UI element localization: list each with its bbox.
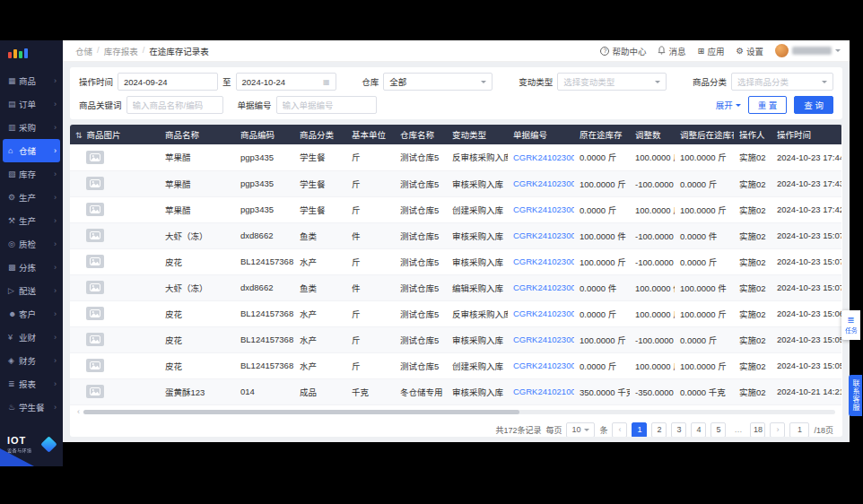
avatar <box>775 44 789 57</box>
apps-button[interactable]: ⊞ 应用 <box>697 45 724 57</box>
sidebar-item-production[interactable]: ⚙生产› <box>3 186 60 209</box>
date-from-input[interactable]: 2024-09-24 <box>118 73 218 91</box>
sidebar-item-qc[interactable]: ◎质检› <box>3 232 60 256</box>
page-content: 操作时间 2024-09-24 至 2024-10-24 ▦ 仓库 <box>63 62 850 442</box>
sidebar-item-goods[interactable]: ▦商品› <box>3 69 60 92</box>
doc-no-link[interactable]: CGRK24102300001 <box>508 274 574 300</box>
sidebar-item-inventory[interactable]: ▧库存› <box>3 162 60 186</box>
page-button[interactable]: 1 <box>632 422 647 438</box>
table-row[interactable]: 苹果醋pgp3435学生餐斤测试仓库5审核采购入库CGRK24102300002… <box>70 170 841 196</box>
expand-toggle[interactable]: 展开 <box>716 99 741 111</box>
breadcrumb-separator: / <box>97 45 100 57</box>
sidebar-item-finance[interactable]: ◈财务› <box>3 349 60 372</box>
filter-panel: 操作时间 2024-09-24 至 2024-10-24 ▦ 仓库 <box>70 67 842 119</box>
sidebar-item-warehouse[interactable]: ⌂仓储› <box>3 139 60 162</box>
doc-no-link[interactable]: CGRK24102300001 <box>508 326 574 352</box>
change-type-select[interactable]: 选择变动类型 <box>557 73 667 91</box>
page-button[interactable]: 3 <box>671 422 686 438</box>
sidebar-item-label: 质检 <box>19 238 54 250</box>
column-header: 调整后在途库存 <box>675 125 734 144</box>
filter-change-type: 变动类型 选择变动类型 <box>519 73 667 91</box>
filter-warehouse-label: 仓库 <box>362 75 379 88</box>
sidebar-item-customers[interactable]: ☻客户› <box>3 302 60 326</box>
column-header: 商品名称 <box>160 125 235 144</box>
in-transit-inventory-table: ⇅商品图片商品名称商品编码商品分类基本单位仓库名称变动类型单据编号原在途库存调整… <box>70 125 841 405</box>
sidebar-item-production2[interactable]: ⚒生产› <box>3 209 60 232</box>
page-button[interactable]: 2 <box>651 422 667 438</box>
purchase-icon: ▥ <box>8 123 19 132</box>
messages-button[interactable]: 消息 <box>658 45 685 57</box>
filter-warehouse: 仓库 全部 <box>362 73 493 91</box>
sidebar-item-orders[interactable]: ▤订单› <box>3 92 60 116</box>
sidebar-item-biz-finance[interactable]: ¥业财› <box>3 326 60 349</box>
table-row[interactable]: 苹果醋pgp3435学生餐斤测试仓库5反审核采购入库CGRK2410230000… <box>70 144 841 170</box>
gear-icon: ⚙ <box>736 47 744 56</box>
sidebar-item-delivery[interactable]: ▷配送› <box>3 279 60 302</box>
sidebar-item-sorting[interactable]: ▩分拣› <box>3 256 60 279</box>
settings-button[interactable]: ⚙ 设置 <box>736 45 763 57</box>
reset-button[interactable]: 重 置 <box>748 96 788 114</box>
product-image-placeholder <box>86 359 104 372</box>
doc-no-link[interactable]: CGRK24102300001 <box>508 222 574 248</box>
table-row[interactable]: 皮花BL124157368水产斤测试仓库5审核采购入库CGRK241023000… <box>70 326 841 352</box>
help-center-button[interactable]: ? 帮助中心 <box>600 45 646 57</box>
product-image-placeholder <box>86 307 104 320</box>
sidebar-item-student-meal[interactable]: ♨学生餐› <box>3 395 60 419</box>
category-select[interactable]: 选择商品分类 <box>731 73 833 91</box>
table-row[interactable]: 蛋黄酥123014成品千克冬仓储专用审核采购入库CGRK241021000023… <box>70 378 841 404</box>
sidebar-item-label: 商品 <box>19 74 54 87</box>
doc-no-link[interactable]: CGRK24102300002 <box>508 144 574 170</box>
table-row[interactable]: 皮花BL124157368水产斤测试仓库5审核采购入库CGRK241023000… <box>70 248 841 274</box>
date-to-input[interactable]: 2024-10-24 ▦ <box>236 73 336 91</box>
prev-page-button[interactable]: ‹ <box>612 422 627 438</box>
chevron-right-icon: › <box>54 309 57 318</box>
doc-no-input[interactable] <box>276 96 377 114</box>
chevron-down-icon <box>835 49 841 52</box>
table-row[interactable]: 大虾（冻）dxd8662鱼类件测试仓库5编辑采购入库CGRK2410230000… <box>70 274 841 300</box>
doc-no-link[interactable]: CGRK24102300002 <box>508 170 574 196</box>
scroll-left-icon[interactable]: ‹ <box>77 408 80 416</box>
sidebar-menu: ▦商品›▤订单›▥采购›⌂仓储›▧库存›⚙生产›⚒生产›◎质检›▩分拣›▷配送›… <box>0 64 63 429</box>
sidebar-item-reports[interactable]: ≣报表› <box>3 372 60 395</box>
chevron-right-icon: › <box>54 146 57 155</box>
sidebar-item-label: 配送 <box>19 284 54 297</box>
page-button[interactable]: 18 <box>750 422 765 438</box>
page-buttons: 12345…18 <box>632 422 765 438</box>
breadcrumb-item[interactable]: 仓储 <box>75 45 92 57</box>
user-menu[interactable] <box>775 44 841 57</box>
apps-icon: ⊞ <box>697 47 704 56</box>
column-header: 商品分类 <box>294 125 346 144</box>
sort-icon[interactable]: ⇅ <box>75 131 83 140</box>
doc-no-link[interactable]: CGRK24102100002 <box>508 378 574 404</box>
doc-no-link[interactable]: CGRK24102300001 <box>508 300 574 326</box>
table-row[interactable]: 苹果醋pgp3435学生餐斤测试仓库5创建采购入库CGRK24102300002… <box>70 196 841 222</box>
chevron-down-icon <box>822 81 827 83</box>
page-button[interactable]: 4 <box>691 422 706 438</box>
doc-no-link[interactable]: CGRK24102300001 <box>508 352 574 378</box>
table-header-row: ⇅商品图片商品名称商品编码商品分类基本单位仓库名称变动类型单据编号原在途库存调整… <box>70 125 841 144</box>
column-header: 商品编码 <box>235 125 294 144</box>
scrollbar-thumb[interactable] <box>83 410 519 414</box>
table-row[interactable]: 皮花BL124157368水产斤测试仓库5创建采购入库CGRK241023000… <box>70 352 841 378</box>
chevron-right-icon: › <box>54 263 57 272</box>
table-row[interactable]: 皮花BL124157368水产斤测试仓库5反审核采购入库CGRK24102300… <box>70 300 841 326</box>
app-window: ▦商品›▤订单›▥采购›⌂仓储›▧库存›⚙生产›⚒生产›◎质检›▩分拣›▷配送›… <box>0 40 850 466</box>
scrollbar-track[interactable] <box>83 410 835 414</box>
task-widget[interactable]: ≣ 任务 <box>841 310 860 340</box>
chevron-right-icon: › <box>54 193 57 202</box>
page-jump-input[interactable]: 1 <box>789 422 809 438</box>
page-button[interactable]: 5 <box>710 422 726 438</box>
sidebar-item-label: 客户 <box>19 308 54 320</box>
page-size-select[interactable]: 10 <box>566 422 595 438</box>
app-logo[interactable] <box>0 40 63 64</box>
table-row[interactable]: 大虾（冻）dxd8662鱼类件测试仓库5审核采购入库CGRK2410230000… <box>70 222 841 248</box>
contact-service-button[interactable]: 联系客服 <box>849 375 862 416</box>
warehouse-select[interactable]: 全部 <box>383 73 493 91</box>
breadcrumb-item[interactable]: 库存报表 <box>104 45 138 57</box>
next-page-button[interactable]: › <box>770 422 785 438</box>
keyword-input[interactable] <box>126 96 223 114</box>
search-button[interactable]: 查 询 <box>794 96 833 114</box>
sidebar-item-purchase[interactable]: ▥采购› <box>3 116 60 139</box>
doc-no-link[interactable]: CGRK24102300001 <box>508 248 574 274</box>
doc-no-link[interactable]: CGRK24102300002 <box>508 196 574 222</box>
